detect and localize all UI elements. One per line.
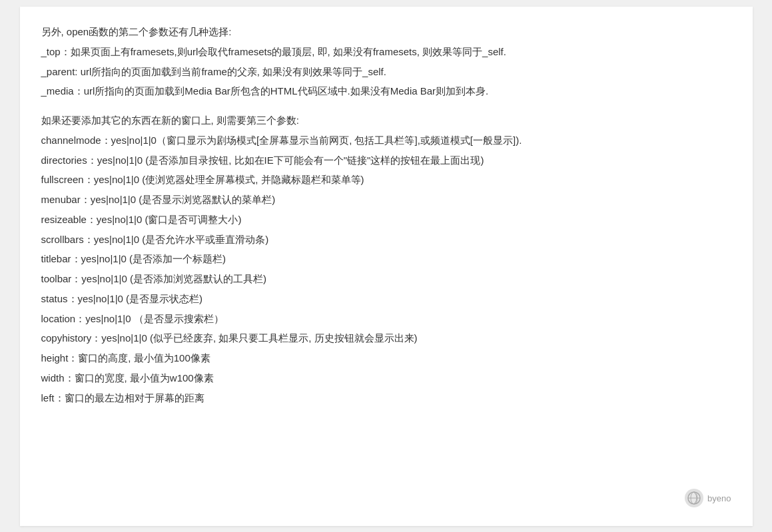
watermark: byeno [685,489,731,507]
article-container: 另外, open函数的第二个参数还有几种选择: _top：如果页面上有frame… [20,7,753,526]
line-10: resizeable：yes|no|1|0 (窗口是否可调整大小) [41,210,731,229]
line-12: titlebar：yes|no|1|0 (是否添加一个标题栏) [41,250,731,268]
line-1: _top：如果页面上有framesets,则url会取代framesets的最顶… [41,43,731,61]
line-19: left：窗口的最左边相对于屏幕的距离 [41,389,731,407]
line-18: width：窗口的宽度, 最小值为w100像素 [41,369,731,388]
line-17: height：窗口的高度, 最小值为100像素 [41,349,731,368]
line-3: _media：url所指向的页面加载到Media Bar所包含的HTML代码区域… [41,82,731,101]
line-9: menubar：yes|no|1|0 (是否显示浏览器默认的菜单栏) [41,190,731,209]
line-5: 如果还要添加其它的东西在新的窗口上, 则需要第三个参数: [41,111,731,130]
empty-line-1 [41,102,731,111]
line-2: _parent: url所指向的页面加载到当前frame的父亲, 如果没有则效果… [41,63,731,81]
line-16: copyhistory：yes|no|1|0 (似乎已经废弃, 如果只要工具栏显… [41,329,731,348]
line-7: directories：yes|no|1|0 (是否添加目录按钮, 比如在IE下… [41,151,731,170]
line-0: 另外, open函数的第二个参数还有几种选择: [41,23,731,41]
line-6: channelmode：yes|no|1|0（窗口显示为剧场模式[全屏幕显示当前… [41,131,731,150]
line-8: fullscreen：yes|no|1|0 (使浏览器处理全屏幕模式, 并隐藏标… [41,170,731,189]
watermark-text: byeno [707,493,731,503]
line-13: toolbar：yes|no|1|0 (是否添加浏览器默认的工具栏) [41,270,731,288]
line-14: status：yes|no|1|0 (是否显示状态栏) [41,290,731,308]
line-11: scrollbars：yes|no|1|0 (是否允许水平或垂直滑动条) [41,230,731,249]
content-body: 另外, open函数的第二个参数还有几种选择: _top：如果页面上有frame… [41,23,731,407]
line-15: location：yes|no|1|0 （是否显示搜索栏） [41,310,731,328]
watermark-icon [685,489,703,507]
